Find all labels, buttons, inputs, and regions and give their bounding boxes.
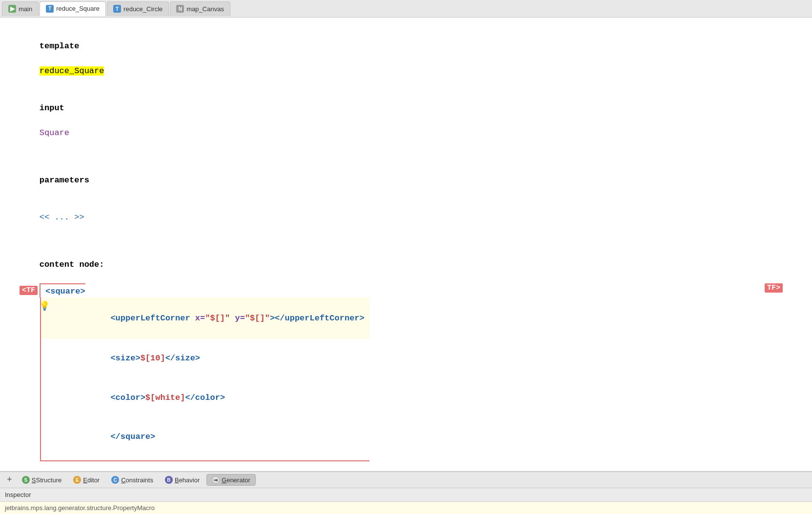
add-button[interactable]: + [4,475,15,484]
tab-reduce-circle-icon: T [113,5,121,13]
structure-button[interactable]: S SStructure [17,474,66,485]
tab-reduce-square-label: reduce_Square [56,5,100,12]
tab-main-label: main [19,5,32,13]
behavior-label: ehavior [179,476,200,484]
tab-map-canvas[interactable]: N map_Canvas [170,1,230,16]
bulb-icon: 💡 [39,300,50,311]
constraints-icon: C [111,476,119,484]
tag-open: <square> [45,287,85,296]
editor-button[interactable]: E Editor [68,474,104,485]
highlighted-row: 💡 <upperLeftCorner x="$[]" y="$[]"></upp… [41,297,369,339]
tab-reduce-square[interactable]: T reduce_Square [40,1,106,16]
tab-bar: ▶ main T reduce_Square T reduce_Circle N… [0,0,812,18]
input-keyword: input [40,103,64,113]
inspector-panel: Inspector jetbrains.mps.lang.generator.s… [0,488,812,514]
content-keyword: content node: [40,260,104,269]
size-line: <size>$[10]</size> [41,339,369,378]
params-line: parameters [20,161,792,199]
editor-underline: E [83,476,87,484]
structure-underline: S [32,476,36,484]
editor-icon: E [73,476,81,484]
structure-label: Structure [36,476,61,484]
close-square-line: </square> [41,417,369,462]
template-name[interactable]: reduce_Square [40,66,104,76]
tab-main-icon: ▶ [8,5,16,13]
tf-right-badge: TF> [765,283,783,293]
constraints-label: onstraints [126,476,153,484]
generator-label: enerator [226,476,250,484]
template-line: template reduce_Square [20,27,792,90]
structure-icon: S [22,476,30,484]
params-keyword: parameters [40,176,89,185]
inspector-header: Inspector [0,488,812,502]
color-tag: <color>$[white]</color> [51,393,225,415]
close-square-tag: </square> [51,432,155,454]
upper-left-corner-tag: <upperLeftCorner x="$[]" y="$[]"></upper… [51,314,365,336]
generator-underline: G [222,476,226,484]
input-line: input Square [20,90,792,152]
constraints-button[interactable]: C Constraints [106,474,158,485]
editor-area: template reduce_Square input Square para… [0,18,812,472]
tab-reduce-square-icon: T [46,5,54,13]
size-tag: <size>$[10]</size> [51,354,200,376]
tab-map-canvas-label: map_Canvas [186,5,224,13]
behavior-icon: B [165,476,173,484]
inner-code-block: 💡 <upperLeftCorner x="$[]" y="$[]"></upp… [40,297,369,461]
constraints-underline: C [121,476,125,484]
template-keyword: template [40,41,80,51]
inspector-class-name: jetbrains.mps.lang.generator.structure.P… [5,504,155,512]
tf-left-badge: <TF [20,286,38,295]
tab-main[interactable]: ▶ main [2,1,39,16]
behavior-underline: B [175,476,179,484]
editor-label: ditor [87,476,100,484]
content-label-line: content node: [20,246,792,283]
generator-icon: ⇒ [212,476,220,484]
inspector-class: jetbrains.mps.lang.generator.structure.P… [0,502,812,514]
tab-reduce-circle[interactable]: T reduce_Circle [107,1,169,16]
inspector-title: Inspector [5,491,31,498]
behavior-button[interactable]: B Behavior [160,474,204,485]
input-value[interactable]: Square [40,128,69,138]
tab-reduce-circle-label: reduce_Circle [123,5,162,13]
generator-button[interactable]: ⇒ Generator [206,474,256,486]
tf-open-line: <TF <square> TF> [20,283,369,298]
tf-block: <TF <square> TF> 💡 <upperLeftCorner x="$… [20,283,792,462]
color-line: <color>$[white]</color> [41,378,369,417]
params-placeholder-text: << ... >> [40,213,84,222]
params-placeholder: << ... >> [20,199,792,237]
tab-map-canvas-icon: N [176,5,184,13]
bottom-toolbar: + S SStructure E Editor C Constraints B … [0,472,812,488]
